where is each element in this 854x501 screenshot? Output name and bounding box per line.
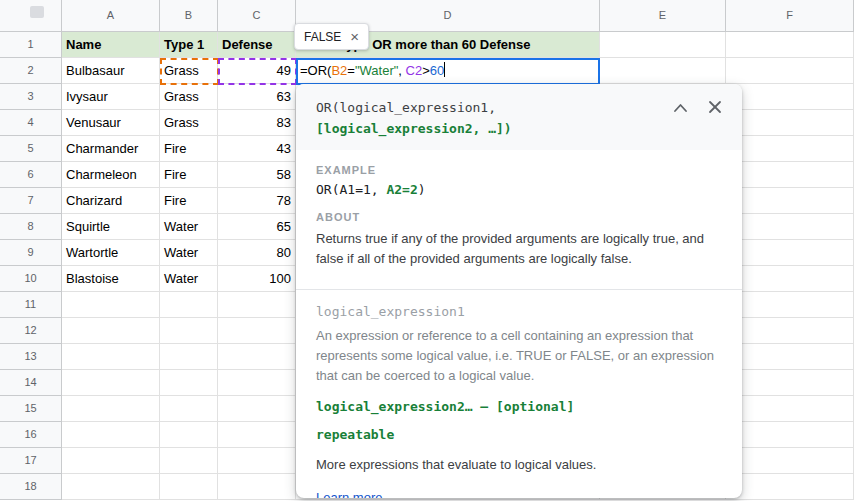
cell-A14[interactable]: [62, 370, 160, 396]
cell-C7[interactable]: 78: [218, 188, 296, 214]
row-header-1[interactable]: 1: [0, 32, 62, 58]
cell-B15[interactable]: [160, 396, 218, 422]
cell-B11[interactable]: [160, 292, 218, 318]
cell-B3[interactable]: Grass: [160, 84, 218, 110]
column-header-a[interactable]: A: [62, 0, 160, 31]
column-header-e[interactable]: E: [600, 0, 726, 31]
cell-B13[interactable]: [160, 344, 218, 370]
cell-A15[interactable]: [62, 396, 160, 422]
cell-C10[interactable]: 100: [218, 266, 296, 292]
cell-F18[interactable]: [726, 474, 854, 500]
referenced-range-b2-handle[interactable]: [160, 58, 219, 85]
cell-F14[interactable]: [726, 370, 854, 396]
column-header-c[interactable]: C: [218, 0, 296, 31]
cell-F6[interactable]: [726, 162, 854, 188]
referenced-range-c2-handle[interactable]: [218, 58, 297, 85]
row-header-15[interactable]: 15: [0, 396, 62, 422]
cell-C9[interactable]: 80: [218, 240, 296, 266]
row-header-17[interactable]: 17: [0, 448, 62, 474]
cell-F2[interactable]: [726, 58, 854, 84]
cell-B8[interactable]: Water: [160, 214, 218, 240]
cell-C18[interactable]: [218, 474, 296, 500]
cell-E1[interactable]: [600, 32, 726, 58]
row-header-13[interactable]: 13: [0, 344, 62, 370]
cell-A3[interactable]: Ivysaur: [62, 84, 160, 110]
row-header-10[interactable]: 10: [0, 266, 62, 292]
cell-B10[interactable]: Water: [160, 266, 218, 292]
cell-F3[interactable]: [726, 84, 854, 110]
cell-F8[interactable]: [726, 214, 854, 240]
cell-B14[interactable]: [160, 370, 218, 396]
cell-A1[interactable]: Name: [62, 32, 160, 58]
cell-F5[interactable]: [726, 136, 854, 162]
cell-A16[interactable]: [62, 422, 160, 448]
cell-A5[interactable]: Charmander: [62, 136, 160, 162]
row-header-2[interactable]: 2: [0, 58, 62, 84]
cell-B16[interactable]: [160, 422, 218, 448]
cell-F4[interactable]: [726, 110, 854, 136]
row-header-8[interactable]: 8: [0, 214, 62, 240]
cell-A2[interactable]: Bulbasaur: [62, 58, 160, 84]
row-header-6[interactable]: 6: [0, 162, 62, 188]
cell-A17[interactable]: [62, 448, 160, 474]
row-header-18[interactable]: 18: [0, 474, 62, 500]
row-header-12[interactable]: 12: [0, 318, 62, 344]
row-header-11[interactable]: 11: [0, 292, 62, 318]
row-header-5[interactable]: 5: [0, 136, 62, 162]
cell-B4[interactable]: Grass: [160, 110, 218, 136]
cell-C5[interactable]: 43: [218, 136, 296, 162]
cell-F16[interactable]: [726, 422, 854, 448]
cell-C1[interactable]: Defense: [218, 32, 296, 58]
cell-B1[interactable]: Type 1: [160, 32, 218, 58]
cell-C4[interactable]: 83: [218, 110, 296, 136]
cell-C16[interactable]: [218, 422, 296, 448]
cell-A10[interactable]: Blastoise: [62, 266, 160, 292]
cell-B9[interactable]: Water: [160, 240, 218, 266]
row-header-4[interactable]: 4: [0, 110, 62, 136]
cell-B6[interactable]: Fire: [160, 162, 218, 188]
cell-B7[interactable]: Fire: [160, 188, 218, 214]
cell-C12[interactable]: [218, 318, 296, 344]
cell-F13[interactable]: [726, 344, 854, 370]
cell-C8[interactable]: 65: [218, 214, 296, 240]
cell-F7[interactable]: [726, 188, 854, 214]
cell-A8[interactable]: Squirtle: [62, 214, 160, 240]
row-header-3[interactable]: 3: [0, 84, 62, 110]
cell-C6[interactable]: 58: [218, 162, 296, 188]
row-header-14[interactable]: 14: [0, 370, 62, 396]
cell-B18[interactable]: [160, 474, 218, 500]
cell-F11[interactable]: [726, 292, 854, 318]
cell-F1[interactable]: [726, 32, 854, 58]
row-header-16[interactable]: 16: [0, 422, 62, 448]
cell-C3[interactable]: 63: [218, 84, 296, 110]
learn-more-link[interactable]: Learn more: [316, 490, 382, 498]
cell-E2[interactable]: [600, 58, 726, 84]
chevron-up-icon[interactable]: [673, 100, 688, 118]
cell-A11[interactable]: [62, 292, 160, 318]
cell-A13[interactable]: [62, 344, 160, 370]
cell-A7[interactable]: Charizard: [62, 188, 160, 214]
cell-C17[interactable]: [218, 448, 296, 474]
row-header-9[interactable]: 9: [0, 240, 62, 266]
cell-F15[interactable]: [726, 396, 854, 422]
cell-A18[interactable]: [62, 474, 160, 500]
select-all-corner[interactable]: [0, 0, 62, 31]
cell-C15[interactable]: [218, 396, 296, 422]
cell-A6[interactable]: Charmeleon: [62, 162, 160, 188]
cell-B5[interactable]: Fire: [160, 136, 218, 162]
cell-C14[interactable]: [218, 370, 296, 396]
cell-F9[interactable]: [726, 240, 854, 266]
close-icon[interactable]: [708, 100, 722, 118]
formula-cell-editor[interactable]: =OR(B2="Water", C2>60: [296, 58, 600, 85]
column-header-b[interactable]: B: [160, 0, 218, 31]
cell-A9[interactable]: Wartortle: [62, 240, 160, 266]
cell-F17[interactable]: [726, 448, 854, 474]
row-header-7[interactable]: 7: [0, 188, 62, 214]
cell-C11[interactable]: [218, 292, 296, 318]
column-header-f[interactable]: F: [726, 0, 854, 31]
cell-A12[interactable]: [62, 318, 160, 344]
cell-A4[interactable]: Venusaur: [62, 110, 160, 136]
cell-F12[interactable]: [726, 318, 854, 344]
chip-close-icon[interactable]: ×: [350, 29, 359, 44]
cell-B12[interactable]: [160, 318, 218, 344]
